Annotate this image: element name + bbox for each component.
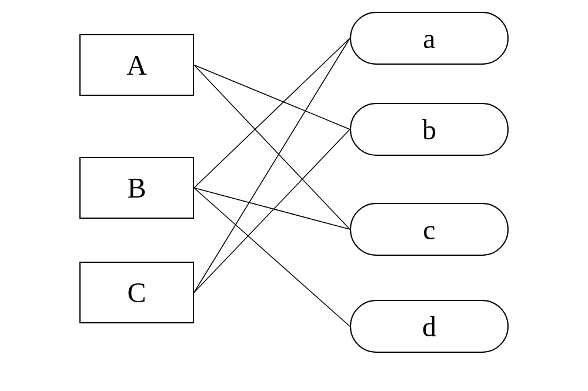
node-label: c [423, 213, 435, 246]
node-label: d [422, 310, 436, 343]
rect-node-A: A [79, 34, 194, 96]
edge-B-c [194, 188, 350, 230]
edge-C-a [194, 38, 350, 293]
rounded-node-d: d [350, 300, 509, 353]
rect-node-C: C [79, 262, 194, 323]
node-label: A [126, 49, 147, 81]
node-label: a [423, 22, 435, 55]
node-label: B [127, 172, 146, 204]
edge-B-d [194, 188, 350, 327]
edge-C-b [194, 129, 350, 293]
rounded-node-a: a [350, 12, 509, 65]
edge-A-c [194, 65, 350, 230]
rect-node-B: B [79, 157, 194, 219]
node-label: b [422, 113, 436, 146]
rounded-node-b: b [350, 103, 509, 156]
bipartite-diagram: ABCabcd [0, 0, 588, 391]
node-label: C [127, 276, 146, 309]
edge-B-a [194, 38, 350, 188]
edge-A-b [194, 65, 350, 130]
rounded-node-c: c [350, 203, 509, 256]
